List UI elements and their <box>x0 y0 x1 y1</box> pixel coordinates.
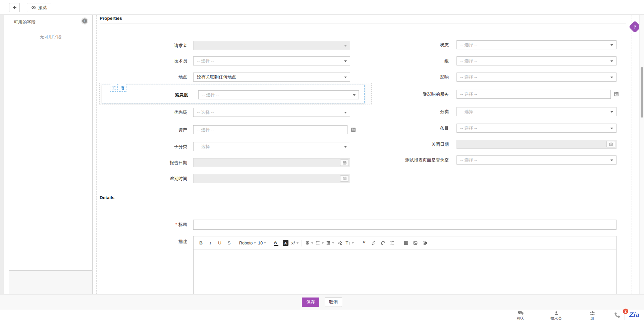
chevron-down-icon <box>322 242 324 244</box>
emoji-button[interactable] <box>421 239 428 247</box>
site-select[interactable]: 没有关联到任何地点 <box>193 73 350 82</box>
trash-icon <box>120 86 125 90</box>
line-spacing-button[interactable] <box>388 239 396 247</box>
technician-select[interactable]: -- 选择 -- <box>193 56 350 65</box>
properties-section-title: Properties <box>100 16 122 21</box>
group-panel-button[interactable]: 组 <box>584 311 600 320</box>
list-button[interactable] <box>315 239 324 247</box>
collapsed-nav-rail <box>0 15 4 294</box>
asset-input[interactable]: -- 选择 -- <box>193 125 347 134</box>
call-button[interactable] <box>612 312 623 318</box>
action-bar: 保存 取消 <box>0 294 644 310</box>
affected-services-input[interactable]: -- 选择 -- <box>457 90 611 99</box>
preview-button[interactable]: 预览 <box>27 3 51 12</box>
due-time-input <box>193 174 350 183</box>
chevron-down-icon <box>610 128 613 129</box>
technician-panel-button[interactable]: 技术员 <box>546 311 566 320</box>
plus-icon: + <box>83 18 86 24</box>
scrollbar-thumb[interactable] <box>641 67 643 118</box>
link-button[interactable] <box>370 239 377 247</box>
requester-select <box>193 41 350 50</box>
text-style-button[interactable]: T↓ <box>345 239 354 247</box>
field-label-item: 条目 <box>363 124 449 133</box>
line-spacing-icon <box>390 240 395 245</box>
editor-content-area[interactable] <box>194 250 616 294</box>
top-toolbar: 预览 <box>0 0 644 15</box>
cancel-button[interactable]: 取消 <box>325 298 342 307</box>
field-label-subject: *标题 <box>103 220 187 230</box>
field-label-description: 描述 <box>103 237 187 246</box>
test-report-empty-select[interactable]: -- 选择 -- <box>457 155 616 165</box>
quote-button[interactable]: ” <box>360 239 368 247</box>
scrollbar-track[interactable] <box>639 15 644 294</box>
sliders-icon <box>112 86 116 90</box>
back-arrow-icon <box>12 5 17 10</box>
item-select[interactable]: -- 选择 -- <box>457 124 616 133</box>
chat-panel-button[interactable]: 聊天 <box>511 311 530 320</box>
chevron-down-icon <box>297 242 299 244</box>
available-fields-title: 可用的字段 <box>14 19 36 25</box>
field-settings-button[interactable] <box>110 84 118 92</box>
field-label-impact: 影响 <box>363 73 449 82</box>
superscript-button[interactable]: x² <box>291 239 299 247</box>
field-label-due-time: 逾期时间 <box>103 174 187 183</box>
chevron-down-icon <box>254 242 256 244</box>
priority-select[interactable]: -- 选择 -- <box>193 108 350 117</box>
asset-picker-button[interactable] <box>350 127 357 133</box>
add-field-button[interactable]: + <box>81 17 88 25</box>
affected-services-picker-button[interactable] <box>613 91 620 97</box>
statusbar-separator <box>610 311 610 320</box>
field-label-category: 分类 <box>363 107 449 116</box>
chevron-down-icon <box>610 44 613 46</box>
form-canvas: Properties 请求者 技术员 -- 选择 -- 地点 没有关联到任何地点… <box>96 15 632 294</box>
calendar-button[interactable] <box>340 159 349 166</box>
preview-label: 预览 <box>38 5 47 11</box>
indent-icon <box>326 240 331 245</box>
back-button[interactable] <box>9 3 20 12</box>
status-select[interactable]: -- 选择 -- <box>457 40 616 49</box>
field-label-subcategory: 子分类 <box>103 142 187 151</box>
closed-date-input <box>457 140 616 149</box>
indent-button[interactable] <box>326 239 334 247</box>
chevron-down-icon <box>352 242 354 244</box>
subject-input[interactable] <box>193 220 616 230</box>
align-button[interactable] <box>305 239 313 247</box>
image-icon <box>413 240 418 245</box>
impact-select[interactable]: -- 选择 -- <box>457 73 616 82</box>
unlink-button[interactable] <box>379 239 386 247</box>
bold-button[interactable]: B <box>197 239 205 247</box>
clear-format-button[interactable] <box>336 239 343 247</box>
underline-button[interactable]: U <box>216 239 223 247</box>
group-label: 组 <box>591 316 594 320</box>
strikethrough-button[interactable]: S <box>225 239 233 247</box>
zia-logo: Zia <box>629 311 639 318</box>
window-list-icon <box>613 91 619 97</box>
bottom-status-bar: 聊天 技术员 组 Zia <box>0 310 644 320</box>
category-select[interactable]: -- 选择 -- <box>457 107 616 116</box>
urgency-select[interactable]: -- 选择 -- <box>198 90 359 99</box>
bullet-list-icon <box>315 240 320 245</box>
save-button[interactable]: 保存 <box>302 298 319 307</box>
phone-icon <box>614 312 621 318</box>
background-color-button[interactable]: A <box>283 240 288 246</box>
insert-image-button[interactable] <box>412 239 419 247</box>
subcategory-select[interactable]: -- 选择 -- <box>193 142 350 151</box>
field-label-status: 状态 <box>363 40 449 49</box>
text-color-button[interactable]: A <box>274 240 278 246</box>
font-size-select[interactable]: 10 <box>258 239 266 247</box>
field-label-urgency: 紧急度 <box>110 90 188 99</box>
sidebar-footer-area <box>9 271 93 294</box>
zia-assistant-button[interactable]: Zia <box>627 311 641 318</box>
reported-date-input <box>193 158 350 167</box>
group-select[interactable]: -- 选择 -- <box>457 56 616 65</box>
table-button[interactable] <box>402 239 410 247</box>
required-mark: * <box>175 222 177 227</box>
toolbar-separator <box>399 240 399 246</box>
calendar-button[interactable] <box>340 175 349 182</box>
chevron-down-icon <box>311 242 313 244</box>
calendar-button[interactable] <box>606 141 615 147</box>
italic-button[interactable]: I <box>207 239 214 247</box>
font-family-select[interactable]: Roboto <box>239 239 256 247</box>
editor-toolbar: B I U S Roboto 10 A A x² T↓ ” <box>194 236 616 250</box>
field-delete-button[interactable] <box>119 84 126 92</box>
